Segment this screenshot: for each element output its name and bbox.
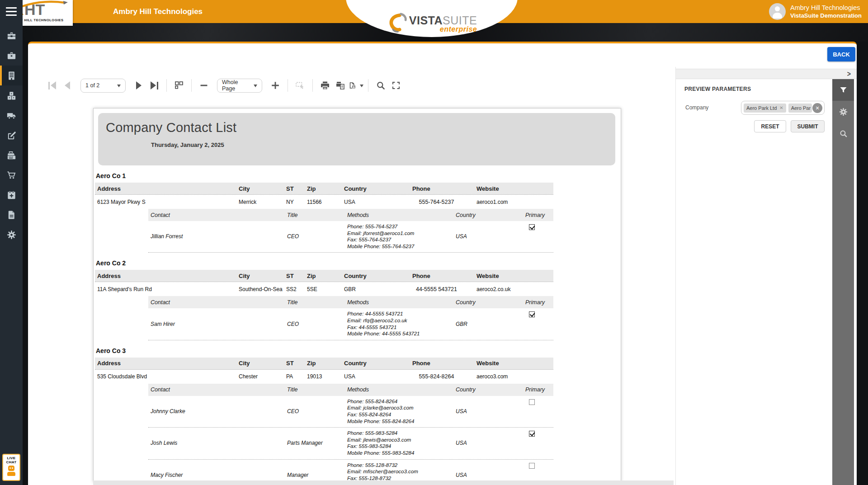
reset-button[interactable]: RESET <box>754 120 786 132</box>
contact-country: USA <box>453 408 523 414</box>
user-menu[interactable]: Ambry Hill Technologies VistaSuite Demon… <box>769 3 862 20</box>
primary-checkbox <box>529 311 535 317</box>
export-button[interactable] <box>348 78 363 93</box>
contact-country: USA <box>453 233 523 240</box>
primary-checkbox <box>529 224 535 230</box>
contact-methods: Phone: 555-764-5237Email: jforrest@aeroc… <box>345 223 453 250</box>
search-icon <box>839 129 848 138</box>
address-header-row: AddressCitySTZipCountryPhoneWebsite <box>95 270 553 282</box>
select-cursor-icon <box>295 80 306 91</box>
briefcase-icon <box>6 51 17 61</box>
gear-icon <box>6 230 17 240</box>
app-root: LIVECHAT HT AMBRY HILL TECHNOLOGIES Ambr… <box>0 0 868 485</box>
filter-tab[interactable] <box>832 79 854 101</box>
first-page-button[interactable] <box>44 78 60 93</box>
sidebar-item-edit[interactable] <box>0 125 23 145</box>
sidebar-item-truck[interactable] <box>0 105 23 125</box>
primary-checkbox <box>529 399 535 405</box>
address-header-row: AddressCitySTZipCountryPhoneWebsite <box>95 358 553 370</box>
live-chat-button[interactable]: LIVECHAT <box>2 454 20 481</box>
submit-button[interactable]: SUBMIT <box>791 120 825 132</box>
search-report-button[interactable] <box>373 78 388 93</box>
contact-title: CEO <box>285 233 345 240</box>
contact-header-row: ContactTitleMethodsCountryPrimary <box>148 296 553 308</box>
contact-rows: Jillian Forrest CEO Phone: 555-764-5237E… <box>148 221 553 253</box>
contact-row: Jillian Forrest CEO Phone: 555-764-5237E… <box>148 221 553 253</box>
contact-row: Sam Hirer CEO Phone: 44-5555 543721Email… <box>148 308 553 340</box>
chevron-down-icon <box>360 85 363 89</box>
fullscreen-button[interactable] <box>388 78 404 93</box>
contact-name: Johnny Clarke <box>148 408 285 414</box>
address-row: 535 Cloudsdale BlvdChesterPA19013USA555-… <box>95 370 553 384</box>
search-icon <box>375 80 386 91</box>
brand-vista: VISTA <box>409 14 443 27</box>
contact-name: Josh Lewis <box>148 440 285 446</box>
address-row: 6123 Mayor Pkwy SMerrickNY11566USA555-76… <box>95 195 553 209</box>
zoom-out-button[interactable] <box>196 78 212 93</box>
back-button[interactable]: BACK <box>827 47 855 61</box>
contact-country: USA <box>453 472 523 478</box>
remove-chip-icon[interactable]: ✕ <box>779 105 783 110</box>
previous-page-button[interactable] <box>60 78 75 93</box>
sidebar-item-cash-register[interactable] <box>0 145 23 165</box>
cart-icon <box>6 170 17 180</box>
contact-row: Johnny Clarke CEO Phone: 555-824-8264Ema… <box>148 396 553 428</box>
company-name: Aero Co 2 <box>96 259 553 267</box>
document-icon <box>6 210 17 220</box>
user-role: VistaSuite Demonstration <box>790 12 862 19</box>
parameters-panel: > PREVIEW PARAMETERS Company Aero Park L… <box>675 67 857 485</box>
sidebar-item-calendar-plus[interactable] <box>0 185 23 205</box>
next-page-button[interactable] <box>131 78 146 93</box>
contact-methods: Phone: 555-983-5284Email: jlewis@aeroco3… <box>345 430 453 456</box>
panel-icon-strip <box>832 79 854 485</box>
contact-name: Macy Fischer <box>148 472 285 478</box>
multi-page-view-button[interactable] <box>171 78 187 93</box>
zoom-mode-dropdown[interactable]: Whole Page <box>217 79 262 93</box>
avatar <box>769 3 786 20</box>
company-section: Aero Co 1 AddressCitySTZipCountryPhoneWe… <box>95 172 553 253</box>
collapse-panel-chevron-icon[interactable]: > <box>847 70 851 78</box>
print-page-button[interactable] <box>333 78 348 93</box>
horizontal-scrollbar[interactable] <box>93 480 674 485</box>
sidebar-item-cart[interactable] <box>0 165 23 185</box>
building-icon <box>6 71 17 81</box>
sidebar-item-cubes[interactable] <box>0 85 23 105</box>
contact-rows: Johnny Clarke CEO Phone: 555-824-8264Ema… <box>148 396 553 482</box>
primary-checkbox <box>529 463 535 469</box>
report-header-block: Company Contact List Thursday, January 2… <box>98 113 615 165</box>
company-field-label: Company <box>685 104 708 111</box>
sidebar-item-gear[interactable] <box>0 225 23 245</box>
report-toolbar: 1 of 2 Whole Page <box>44 76 404 94</box>
fullscreen-icon <box>391 80 401 91</box>
company-filter-input[interactable]: Aero Park Ltd✕Aero Par ✕ <box>741 101 825 115</box>
print-button[interactable] <box>317 78 333 93</box>
contact-methods: Phone: 555-824-8264Email: jclarke@aeroco… <box>345 398 453 424</box>
address-header-row: AddressCitySTZipCountryPhoneWebsite <box>95 183 553 195</box>
live-chat-label: LIVECHAT <box>3 456 19 464</box>
sidebar-item-building[interactable] <box>0 66 23 85</box>
zoom-in-button[interactable] <box>268 78 283 93</box>
page-selector-dropdown[interactable]: 1 of 2 <box>80 79 126 93</box>
toolbox-icon <box>6 31 17 41</box>
company-section: Aero Co 3 AddressCitySTZipCountryPhoneWe… <box>95 347 553 482</box>
multi-page-icon <box>174 80 184 91</box>
hamburger-menu-icon[interactable] <box>6 7 17 16</box>
contact-title: Parts Manager <box>285 440 345 446</box>
sidebar-item-document[interactable] <box>0 205 23 225</box>
pan-select-button[interactable] <box>292 78 308 93</box>
report-date: Thursday, January 2, 2025 <box>151 141 615 148</box>
settings-tab[interactable] <box>832 101 854 122</box>
contact-row: Macy Fischer Manager Phone: 555-128-8732… <box>148 460 553 483</box>
sidebar-item-briefcase[interactable] <box>0 46 23 66</box>
sidebar-item-toolbox[interactable] <box>0 26 23 46</box>
panel-title: PREVIEW PARAMETERS <box>684 86 751 92</box>
contact-header-row: ContactTitleMethodsCountryPrimary <box>148 384 553 396</box>
clear-all-icon[interactable]: ✕ <box>812 103 822 113</box>
filter-chip: Aero Par <box>788 104 812 113</box>
panel-header-bar: > <box>676 69 857 79</box>
contact-row: Josh Lewis Parts Manager Phone: 555-983-… <box>148 428 553 459</box>
filter-funnel-icon <box>839 85 848 95</box>
search-tab[interactable] <box>832 122 854 144</box>
last-page-button[interactable] <box>146 78 162 93</box>
vistasuite-swirl-icon <box>387 12 407 33</box>
